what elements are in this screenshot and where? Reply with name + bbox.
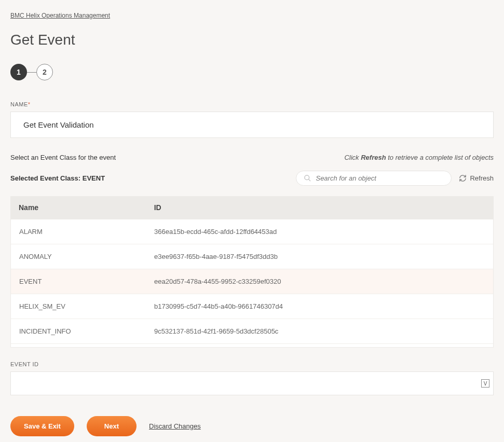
select-event-class-hint: Select an Event Class for the event: [10, 154, 116, 161]
refresh-hint-strong: Refresh: [361, 154, 386, 161]
table-row[interactable]: INCIDENT_INFO9c532137-851d-42f1-9659-5d3…: [11, 319, 493, 344]
row-name: EVENT: [11, 269, 146, 294]
refresh-hint-prefix: Click: [344, 154, 361, 161]
step-connector: [27, 72, 36, 73]
search-input[interactable]: [316, 174, 444, 182]
page-title: Get Event: [10, 32, 494, 48]
column-id[interactable]: ID: [146, 196, 494, 219]
table-row[interactable]: HELIX_SM_EVb1730995-c5d7-44b5-a40b-96617…: [11, 294, 493, 319]
row-name: ALARM: [11, 219, 146, 244]
name-input[interactable]: [10, 112, 494, 138]
stepper: 1 2: [10, 64, 494, 80]
breadcrumb[interactable]: BMC Helix Operations Management: [10, 12, 110, 19]
search-box[interactable]: [296, 171, 452, 186]
name-label: NAME*: [10, 101, 494, 107]
table-row[interactable]: EVENTeea20d57-478a-4455-9952-c33259ef032…: [11, 269, 493, 294]
save-exit-button[interactable]: Save & Exit: [10, 416, 74, 436]
required-mark: *: [28, 101, 31, 107]
selected-event-class-value: EVENT: [83, 174, 105, 182]
selected-event-class-label: Selected Event Class:: [10, 174, 83, 182]
svg-point-0: [305, 175, 309, 180]
svg-line-1: [309, 179, 311, 181]
row-id: 9c532137-851d-42f1-9659-5d3dcf28505c: [146, 319, 493, 344]
row-name: ANOMALY: [11, 244, 146, 269]
refresh-button[interactable]: Refresh: [459, 174, 494, 182]
refresh-hint-suffix: to retrieve a complete list of objects: [386, 154, 494, 161]
event-id-label: EVENT ID: [10, 361, 494, 367]
name-label-text: NAME: [10, 101, 28, 107]
next-button[interactable]: Next: [87, 416, 137, 436]
selected-event-class: Selected Event Class: EVENT: [10, 174, 105, 182]
action-bar: Save & Exit Next Discard Changes: [10, 416, 494, 436]
step-1[interactable]: 1: [10, 64, 27, 80]
event-class-table-scroll[interactable]: ALARM366ea15b-ecdd-465c-afdd-12ffd64453a…: [10, 219, 494, 348]
table-row[interactable]: ALARM366ea15b-ecdd-465c-afdd-12ffd64453a…: [11, 219, 493, 244]
row-name: INCIDENT_INFO: [11, 319, 146, 344]
column-name[interactable]: Name: [10, 196, 146, 219]
row-id: e3ee9637-f65b-4aae-9187-f5475df3dd3b: [146, 244, 493, 269]
event-id-input[interactable]: [10, 371, 494, 395]
refresh-icon: [459, 174, 467, 182]
row-id: b1730995-c5d7-44b5-a40b-9661746307d4: [146, 294, 493, 319]
step-2[interactable]: 2: [36, 64, 53, 80]
variable-badge[interactable]: V: [481, 379, 489, 388]
row-id: 366ea15b-ecdd-465c-afdd-12ffd64453ad: [146, 219, 493, 244]
event-class-table: ALARM366ea15b-ecdd-465c-afdd-12ffd64453a…: [11, 219, 493, 344]
refresh-hint: Click Refresh to retrieve a complete lis…: [344, 154, 494, 161]
search-icon: [304, 174, 311, 182]
event-class-table-wrap: Name ID ALARM366ea15b-ecdd-465c-afdd-12f…: [10, 196, 494, 348]
discard-changes-link[interactable]: Discard Changes: [149, 422, 201, 430]
row-id: eea20d57-478a-4455-9952-c33259ef0320: [146, 269, 493, 294]
table-row[interactable]: ANOMALYe3ee9637-f65b-4aae-9187-f5475df3d…: [11, 244, 493, 269]
row-name: HELIX_SM_EV: [11, 294, 146, 319]
refresh-label: Refresh: [470, 174, 494, 182]
